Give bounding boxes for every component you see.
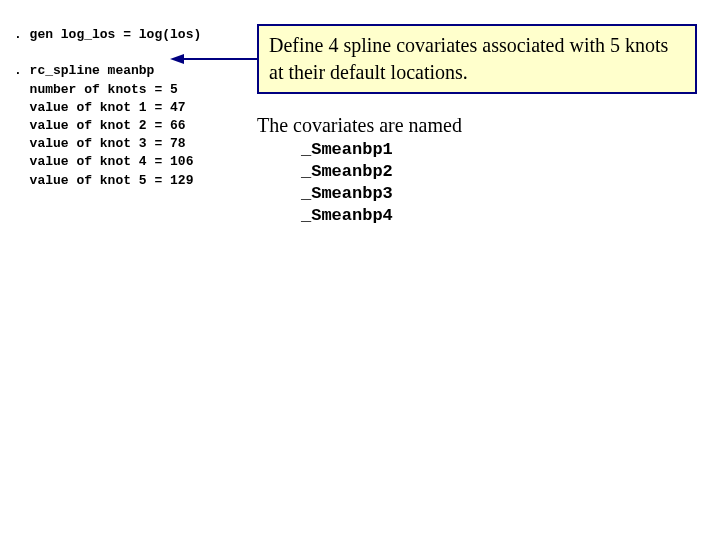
callout-spline-definition: Define 4 spline covariates associated wi… (257, 24, 697, 94)
covariate-intro: The covariates are named (257, 114, 697, 137)
code-line: value of knot 2 = 66 (14, 118, 186, 133)
covariate-name: _Smeanbp1 (301, 139, 697, 161)
code-line: value of knot 1 = 47 (14, 100, 186, 115)
code-line: value of knot 3 = 78 (14, 136, 186, 151)
covariate-name: _Smeanbp3 (301, 183, 697, 205)
code-line: number of knots = 5 (14, 82, 178, 97)
code-line: value of knot 4 = 106 (14, 154, 193, 169)
code-line: . gen log_los = log(los) (14, 27, 201, 42)
callout-text: Define 4 spline covariates associated wi… (269, 32, 685, 86)
covariate-names-block: The covariates are named _Smeanbp1 _Smea… (257, 114, 697, 227)
covariate-name: _Smeanbp2 (301, 161, 697, 183)
covariate-name: _Smeanbp4 (301, 205, 697, 227)
stata-output-block: . gen log_los = log(los) . rc_spline mea… (14, 26, 201, 190)
code-line: value of knot 5 = 129 (14, 173, 193, 188)
code-line: . rc_spline meanbp (14, 63, 154, 78)
